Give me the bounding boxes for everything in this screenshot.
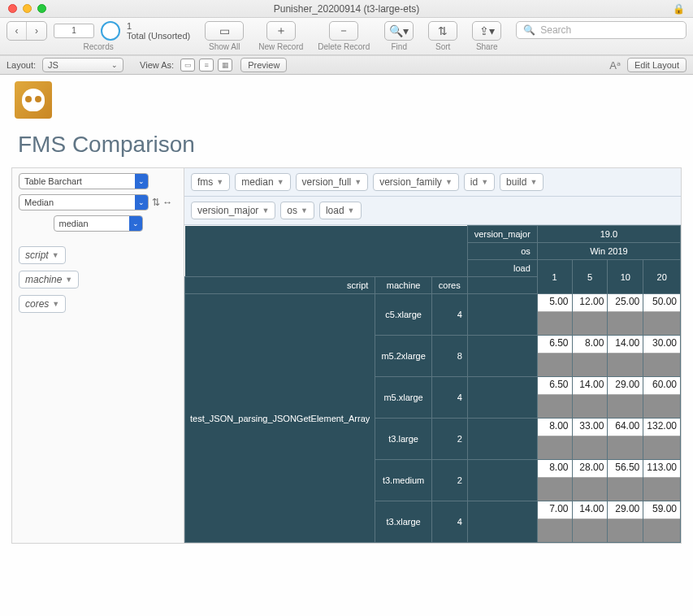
version-major-value: 19.0	[537, 226, 680, 243]
column-pills-row2: version_major▼os▼load▼	[184, 197, 681, 225]
left-panel: Table Barchart⌄ Median⌄ ⇅ ↔ median⌄ scri…	[12, 168, 184, 543]
records-label: Records	[84, 42, 114, 51]
cores-value: 4	[431, 377, 467, 419]
record-status: Total (Unsorted)	[127, 31, 190, 41]
machine-value: t3.large	[375, 419, 432, 460]
pill-build[interactable]: build▼	[500, 173, 544, 191]
load-10: 10	[608, 260, 643, 294]
edit-layout-button[interactable]: Edit Layout	[627, 58, 687, 72]
value-cell: 6.50	[537, 377, 572, 419]
share-label: Share	[476, 42, 498, 51]
pivot-table: version_major 19.0 os Win 2019 load 1 5 …	[184, 225, 681, 543]
layout-label: Layout:	[6, 60, 36, 70]
value-cell: 8.00	[537, 419, 572, 460]
filter-cores[interactable]: cores▼	[19, 295, 66, 313]
find-button[interactable]: 🔍▾	[384, 21, 414, 41]
value-cell: 30.00	[643, 336, 681, 377]
value-cell: 113.00	[643, 460, 681, 501]
value-cell: 7.00	[537, 501, 572, 543]
pill-median[interactable]: median▼	[235, 173, 290, 191]
value-cell: 29.00	[608, 377, 643, 419]
new-record-button[interactable]: ＋	[266, 21, 296, 41]
load-20: 20	[643, 260, 681, 294]
metric-value: median	[59, 219, 89, 228]
viewas-label: View As:	[140, 60, 174, 70]
pill-load[interactable]: load▼	[319, 202, 362, 219]
pill-id[interactable]: id▼	[464, 173, 495, 191]
nav-back-icon[interactable]: ‹	[7, 22, 27, 40]
col-cores-label: cores	[431, 277, 467, 294]
layout-select[interactable]: JS⌄	[42, 58, 123, 72]
page-title: FMS Comparison	[0, 119, 693, 167]
machine-value: m5.xlarge	[375, 377, 432, 419]
value-cell: 14.00	[572, 501, 608, 543]
machine-value: c5.xlarge	[375, 294, 432, 336]
pill-version_major[interactable]: version_major▼	[191, 202, 275, 219]
pill-version_family[interactable]: version_family▼	[373, 173, 459, 191]
cores-value: 4	[431, 294, 467, 336]
chart-type-value: Table Barchart	[24, 176, 82, 186]
search-icon: 🔍	[523, 24, 535, 36]
view-table-icon[interactable]: ▦	[218, 59, 232, 72]
cores-value: 4	[431, 501, 467, 543]
metric-select[interactable]: median⌄	[54, 215, 143, 232]
titlebar: Punisher_20200914 (t3-large-ets) 🔒	[0, 0, 693, 18]
sort-button[interactable]: ⇅	[428, 21, 457, 41]
show-all-label: Show All	[209, 42, 240, 51]
data-area: fms▼median▼version_full▼version_family▼i…	[184, 168, 681, 543]
pie-icon[interactable]	[101, 21, 120, 41]
spacer	[467, 294, 537, 336]
show-all-button[interactable]: ▭	[205, 21, 244, 41]
filter-machine[interactable]: machine▼	[19, 271, 79, 288]
col-script-label: script	[185, 277, 375, 294]
pill-os[interactable]: os▼	[280, 202, 314, 219]
delete-record-label: Delete Record	[318, 42, 370, 51]
pill-fms[interactable]: fms▼	[191, 173, 230, 191]
record-number-field[interactable]: 1	[54, 24, 94, 38]
new-record-label: New Record	[258, 42, 303, 51]
pill-version_full[interactable]: version_full▼	[296, 173, 369, 191]
cores-value: 8	[431, 336, 467, 377]
machine-value: m5.2xlarge	[375, 336, 432, 377]
value-cell: 25.00	[608, 294, 643, 336]
col-load-label: load	[467, 260, 537, 277]
value-cell: 60.00	[643, 377, 681, 419]
view-list-icon[interactable]: ≡	[199, 59, 214, 72]
find-label: Find	[391, 42, 406, 51]
lock-icon: 🔒	[673, 3, 685, 15]
col-machine-label: machine	[375, 277, 432, 294]
spacer	[467, 419, 537, 460]
value-cell: 33.00	[572, 419, 608, 460]
main-frame: Table Barchart⌄ Median⌄ ⇅ ↔ median⌄ scri…	[11, 167, 682, 544]
column-pills-row1: fms▼median▼version_full▼version_family▼i…	[184, 168, 681, 197]
value-cell: 59.00	[643, 501, 681, 543]
chart-type-select[interactable]: Table Barchart⌄	[19, 173, 149, 189]
share-button[interactable]: ⇪▾	[472, 21, 501, 41]
aggregation-select[interactable]: Median⌄	[19, 194, 149, 210]
spacer	[467, 336, 537, 377]
record-count: 1	[127, 21, 190, 31]
nav-forward-icon[interactable]: ›	[27, 22, 46, 40]
value-cell: 8.00	[537, 460, 572, 501]
value-cell: 14.00	[572, 377, 608, 419]
value-cell: 5.00	[537, 294, 572, 336]
spacer	[467, 377, 537, 419]
sort-label: Sort	[435, 42, 450, 51]
preview-button[interactable]: Preview	[240, 58, 287, 72]
spacer	[467, 460, 537, 501]
format-text-icon[interactable]: Aᵃ	[609, 59, 621, 72]
nav-buttons[interactable]: ‹ ›	[6, 21, 47, 41]
col-os-label: os	[467, 243, 537, 260]
delete-record-button[interactable]: －	[329, 21, 358, 41]
value-cell: 132.00	[643, 419, 681, 460]
aggregation-value: Median	[24, 197, 54, 207]
swap-axes-icon[interactable]: ⇅ ↔	[152, 197, 172, 208]
search-input[interactable]: 🔍 Search	[516, 21, 687, 39]
content: FMS Comparison Table Barchart⌄ Median⌄ ⇅…	[0, 75, 693, 616]
view-form-icon[interactable]: ▭	[180, 59, 195, 72]
value-cell: 28.00	[572, 460, 608, 501]
filter-script[interactable]: script▼	[19, 246, 66, 264]
os-value: Win 2019	[537, 243, 680, 260]
load-1: 1	[537, 260, 572, 294]
search-placeholder: Search	[540, 24, 571, 36]
